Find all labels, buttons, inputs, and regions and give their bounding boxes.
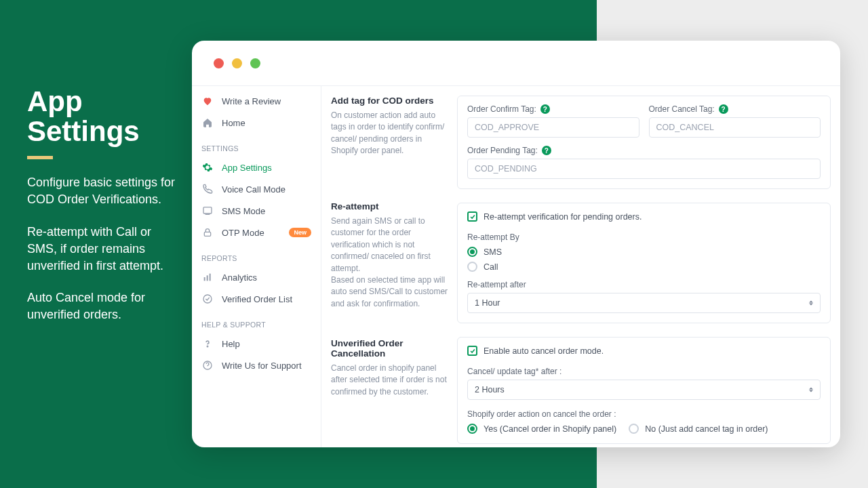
auto-cancel-checkbox[interactable]: Enable auto cancel order mode. (467, 346, 821, 356)
new-badge: New (289, 228, 311, 237)
sidebar-item-label: Write a Review (222, 96, 281, 106)
svg-rect-2 (204, 277, 205, 281)
sidebar-item-analytics[interactable]: Analytics (192, 266, 321, 288)
sidebar-item-label: SMS Mode (222, 206, 265, 216)
window-titlebar (192, 41, 840, 85)
check-list-icon (201, 293, 214, 305)
phone-icon (201, 183, 214, 195)
reattempt-after-select[interactable] (467, 293, 821, 313)
sidebar-item-otp-mode[interactable]: OTP Mode New (192, 222, 321, 243)
hero-section: AppSettings Configure basic settings for… (27, 87, 176, 339)
chevron-updown-icon (807, 301, 815, 306)
sidebar-item-label: Help (222, 339, 240, 349)
reattempt-checkbox[interactable]: Re-attempt verification for pending orde… (467, 211, 821, 222)
chevron-updown-icon (807, 388, 815, 392)
cancel-after-label: Cancel/ update tag* after : (467, 367, 821, 376)
cancel-radio-yes[interactable]: Yes (Cancel order in Shopify panel) (467, 424, 616, 434)
app-window: Write a Review Home SETTINGS App Setting… (192, 41, 840, 447)
radio-icon (629, 424, 639, 434)
svg-point-5 (203, 295, 212, 303)
sidebar-item-help[interactable]: Help (192, 333, 321, 354)
cancel-action-label: Shopify order action on cancel the order… (467, 409, 821, 419)
radio-icon (467, 247, 477, 257)
sidebar-item-label: App Settings (222, 163, 272, 173)
sidebar-item-label: Analytics (222, 272, 257, 283)
minimize-icon[interactable] (232, 58, 242, 68)
reattempt-by-label: Re-attempt By (467, 232, 821, 242)
sidebar-item-sms-mode[interactable]: SMS Mode (192, 200, 321, 222)
sidebar-section-help: HELP & SUPPORT (192, 310, 321, 333)
hero-paragraph-2: Re-attempt with Call or SMS, if order re… (27, 224, 176, 275)
support-icon (201, 359, 214, 371)
section-title-reattempt: Re-attempt (331, 201, 450, 211)
sidebar-item-label: Verified Order List (222, 294, 292, 304)
sidebar-section-settings: SETTINGS (192, 134, 321, 157)
svg-rect-1 (204, 232, 210, 236)
svg-rect-4 (210, 274, 211, 281)
heart-icon (201, 95, 214, 107)
hero-paragraph-3: Auto Cancel mode for unverified orders. (27, 289, 176, 323)
help-icon[interactable]: ? (719, 104, 728, 114)
sidebar: Write a Review Home SETTINGS App Setting… (192, 86, 321, 447)
section-desc-tags: On customer action add auto tags in orde… (331, 110, 450, 157)
checkbox-icon (467, 346, 477, 356)
reattempt-after-label: Re-attempt after (467, 280, 821, 289)
svg-point-6 (207, 346, 208, 346)
radio-icon (467, 424, 477, 434)
gear-icon (201, 161, 214, 174)
svg-rect-3 (207, 275, 208, 281)
help-icon[interactable]: ? (540, 104, 550, 114)
hero-paragraph-1: Configure basic settings for COD Order V… (27, 174, 176, 208)
cancel-tag-input[interactable] (649, 117, 821, 138)
sidebar-item-write-review[interactable]: Write a Review (192, 90, 321, 112)
section-desc-reattempt: Send again SMS or call to customer for t… (331, 216, 450, 310)
card-cancel: Enable auto cancel order mode. Cancel/ u… (457, 337, 831, 444)
sidebar-item-label: Write Us for Support (222, 361, 302, 371)
sidebar-item-home[interactable]: Home (192, 112, 321, 134)
cancel-radio-no[interactable]: No (Just add cancel tag in order) (629, 424, 768, 434)
sidebar-section-reports: REPORTS (192, 243, 321, 266)
lock-icon (201, 226, 214, 239)
card-tags: Order Confirm Tag:? Order Cancel Tag:? O… (457, 96, 831, 189)
confirm-tag-label: Order Confirm Tag:? (467, 104, 639, 114)
reattempt-radio-call[interactable]: Call (467, 262, 821, 272)
question-icon (201, 338, 214, 350)
pending-tag-input[interactable] (467, 159, 821, 179)
sidebar-item-verified-list[interactable]: Verified Order List (192, 288, 321, 310)
section-desc-cancel: Cancel order in shopify panel after sele… (331, 363, 450, 398)
svg-rect-0 (203, 207, 212, 214)
chart-icon (201, 271, 214, 283)
close-icon[interactable] (214, 58, 224, 68)
pending-tag-label: Order Pending Tag:? (467, 146, 821, 155)
checkbox-icon (467, 211, 477, 222)
accent-bar (27, 156, 53, 159)
home-icon (201, 117, 214, 129)
sidebar-item-voice-call[interactable]: Voice Call Mode (192, 178, 321, 200)
card-reattempt: Re-attempt verification for pending orde… (457, 203, 831, 323)
confirm-tag-input[interactable] (467, 117, 639, 138)
sidebar-item-write-us[interactable]: Write Us for Support (192, 354, 321, 376)
sidebar-item-label: OTP Mode (222, 228, 264, 238)
sidebar-item-app-settings[interactable]: App Settings (192, 157, 321, 178)
section-title-cancel: Unverified Order Cancellation (331, 338, 450, 359)
cancel-tag-label: Order Cancel Tag:? (649, 104, 821, 114)
reattempt-radio-sms[interactable]: SMS (467, 247, 821, 257)
maximize-icon[interactable] (250, 58, 260, 68)
radio-icon (467, 262, 477, 272)
sidebar-item-label: Home (222, 118, 245, 128)
help-icon[interactable]: ? (542, 146, 551, 155)
section-title-tags: Add tag for COD orders (331, 96, 450, 106)
page-title: AppSettings (27, 87, 176, 146)
sms-icon (201, 205, 214, 217)
sidebar-item-label: Voice Call Mode (222, 184, 285, 195)
cancel-after-select[interactable] (467, 380, 821, 400)
